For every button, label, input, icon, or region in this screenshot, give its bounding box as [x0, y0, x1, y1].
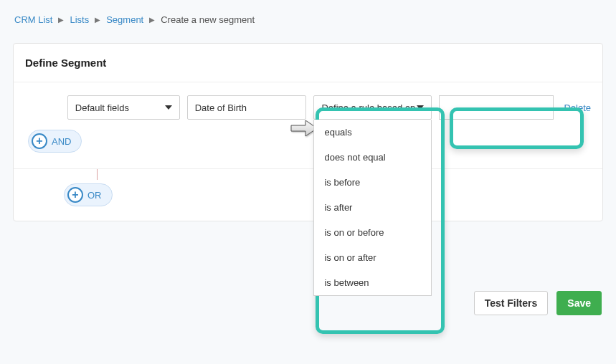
chevron-right-icon: ▶ — [95, 16, 100, 24]
breadcrumb-current: Create a new segment — [161, 14, 255, 25]
delete-rule-link[interactable]: Delete — [564, 102, 591, 113]
rule-option-is-on-or-before[interactable]: is on or before — [314, 220, 431, 245]
rule-dropdown-menu: equals does not equal is before is after… — [313, 120, 432, 296]
plus-icon: + — [32, 133, 47, 149]
save-button[interactable]: Save — [556, 291, 602, 315]
breadcrumb-lists[interactable]: Lists — [70, 14, 89, 25]
or-connector-line — [97, 169, 98, 180]
rule-dropdown-wrapper: Define a rule based on equals does not e… — [313, 95, 432, 120]
rule-dropdown[interactable]: Define a rule based on — [313, 95, 432, 120]
rule-option-equals[interactable]: equals — [314, 120, 431, 145]
chevron-right-icon: ▶ — [58, 16, 64, 24]
or-section: + OR — [14, 169, 602, 221]
rule-option-is-before[interactable]: is before — [314, 170, 431, 195]
breadcrumb: CRM List ▶ Lists ▶ Segment ▶ Create a ne… — [0, 0, 616, 25]
rule-option-is-after[interactable]: is after — [314, 195, 431, 220]
plus-icon: + — [67, 187, 83, 203]
value-input-wrap — [439, 95, 554, 120]
or-label: OR — [87, 190, 102, 201]
test-filters-button[interactable]: Test Filters — [474, 291, 549, 315]
rule-option-does-not-equal[interactable]: does not equal — [314, 145, 431, 170]
caret-down-icon — [165, 105, 172, 110]
rule-option-is-between[interactable]: is between — [314, 270, 431, 295]
rule-option-is-on-or-after[interactable]: is on or after — [314, 245, 431, 270]
rule-value-input[interactable] — [439, 95, 554, 120]
breadcrumb-segment[interactable]: Segment — [106, 14, 143, 25]
footer-actions: Test Filters Save — [474, 291, 602, 315]
and-label: AND — [52, 136, 71, 147]
caret-down-icon — [417, 105, 424, 110]
field-type-value: Default fields — [75, 102, 129, 113]
rule-placeholder: Define a rule based on — [321, 102, 415, 113]
chevron-right-icon: ▶ — [149, 16, 155, 24]
field-value: Date of Birth — [195, 102, 247, 113]
panel-title: Define Segment — [14, 44, 602, 82]
rule-row: Default fields Date of Birth Define a ru… — [21, 95, 591, 120]
add-or-button[interactable]: + OR — [64, 183, 113, 206]
breadcrumb-crm-list[interactable]: CRM List — [14, 14, 52, 25]
field-dropdown[interactable]: Date of Birth — [187, 95, 307, 120]
field-type-dropdown[interactable]: Default fields — [67, 95, 180, 120]
add-and-button[interactable]: + AND — [28, 130, 82, 153]
